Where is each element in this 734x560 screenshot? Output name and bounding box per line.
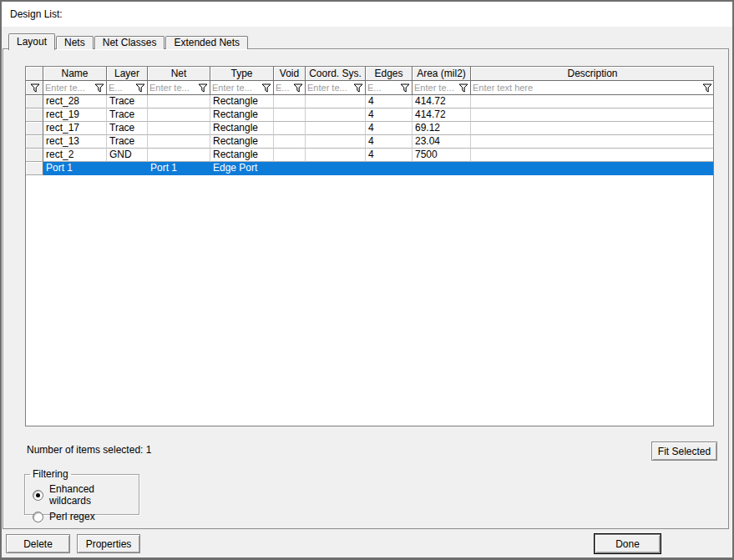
filter-input-area[interactable]: Enter te... xyxy=(413,81,471,95)
design-items-table: NameLayerNetTypeVoidCoord. Sys.EdgesArea… xyxy=(25,66,714,426)
cell-void xyxy=(274,149,306,162)
cell-net xyxy=(148,135,210,149)
tab-content-pane: NameLayerNetTypeVoidCoord. Sys.EdgesArea… xyxy=(3,48,729,529)
column-header-net[interactable]: Net xyxy=(148,67,210,81)
cell-type: Edge Port xyxy=(210,162,274,175)
cell-edges xyxy=(366,162,413,175)
cell-area: 23.04 xyxy=(413,135,471,149)
design-list-dialog: Design List: LayoutNetsNet ClassesExtend… xyxy=(2,2,732,557)
column-header-name[interactable]: Name xyxy=(43,67,107,81)
filter-input-coord-sys[interactable]: Enter te... xyxy=(306,81,366,95)
filter-placeholder: Enter text here xyxy=(473,83,701,93)
filter-input-row-selector[interactable] xyxy=(26,81,43,95)
fit-selected-button[interactable]: Fit Selected xyxy=(651,441,717,461)
row-selector-cell[interactable] xyxy=(26,108,43,122)
done-button[interactable]: Done xyxy=(595,534,661,553)
tab-net-classes[interactable]: Net Classes xyxy=(94,36,165,49)
filter-placeholder: E... xyxy=(367,83,398,93)
selection-count-label: Number of items selected: 1 xyxy=(27,444,151,456)
filter-placeholder: Enter te... xyxy=(414,83,457,93)
filter-input-layer[interactable]: E... xyxy=(107,81,148,95)
column-header-row-selector[interactable] xyxy=(26,67,43,81)
cell-layer: GND xyxy=(107,149,148,162)
cell-void xyxy=(274,108,306,122)
dialog-title: Design List: xyxy=(10,8,63,20)
table-row[interactable]: rect_19TraceRectangle4414.72 xyxy=(26,108,713,122)
row-selector-cell[interactable] xyxy=(26,122,43,135)
filter-input-edges[interactable]: E... xyxy=(366,81,413,95)
radio-perl-regex[interactable]: Perl regex xyxy=(33,511,139,522)
cell-name: rect_13 xyxy=(43,135,107,149)
filter-input-type[interactable]: Enter te... xyxy=(210,81,274,95)
cell-name: rect_19 xyxy=(43,108,107,122)
cell-type: Rectangle xyxy=(210,95,274,108)
column-header-void[interactable]: Void xyxy=(274,67,306,81)
cell-type: Rectangle xyxy=(210,108,274,122)
filter-placeholder: Enter te... xyxy=(212,83,260,93)
table-row[interactable]: rect_28TraceRectangle4414.72 xyxy=(26,95,713,108)
filtering-group-title: Filtering xyxy=(30,468,71,480)
cell-area: 7500 xyxy=(413,149,471,162)
radio-label: Enhanced wildcards xyxy=(49,483,139,507)
cell-name: rect_28 xyxy=(43,95,107,108)
cell-description xyxy=(471,108,714,122)
filter-funnel-icon xyxy=(353,83,363,93)
cell-edges: 4 xyxy=(366,122,413,135)
cell-description xyxy=(471,149,714,162)
column-header-edges[interactable]: Edges xyxy=(366,67,413,81)
cell-layer: Trace xyxy=(107,135,148,149)
delete-button[interactable]: Delete xyxy=(6,534,70,553)
filter-funnel-icon xyxy=(198,83,208,93)
column-header-coord-sys[interactable]: Coord. Sys. xyxy=(306,67,366,81)
filter-placeholder: E... xyxy=(276,83,291,93)
column-header-area[interactable]: Area (mil2) xyxy=(413,67,471,81)
tab-nets[interactable]: Nets xyxy=(56,36,94,49)
radio-icon[interactable] xyxy=(33,490,43,501)
tab-layout[interactable]: Layout xyxy=(8,33,55,50)
filter-placeholder: Enter te... xyxy=(45,83,93,93)
filter-input-name[interactable]: Enter te... xyxy=(43,81,107,95)
cell-layer xyxy=(107,162,148,175)
radio-enhanced-wildcards[interactable]: Enhanced wildcards xyxy=(33,483,139,507)
cell-area: 69.12 xyxy=(413,122,471,135)
column-header-layer[interactable]: Layer xyxy=(107,67,148,81)
table-row[interactable]: Port 1Port 1Edge Port xyxy=(26,162,713,175)
cell-description xyxy=(471,162,714,175)
radio-icon[interactable] xyxy=(33,512,43,522)
column-header-description[interactable]: Description xyxy=(471,67,714,81)
cell-area xyxy=(413,162,471,175)
row-selector-cell[interactable] xyxy=(26,162,43,175)
cell-name: rect_17 xyxy=(43,122,107,135)
filter-funnel-icon xyxy=(30,83,40,93)
table-row[interactable]: rect_13TraceRectangle423.04 xyxy=(26,135,713,149)
cell-type: Rectangle xyxy=(210,135,274,149)
filter-input-net[interactable]: Enter te... xyxy=(148,81,210,95)
cell-layer: Trace xyxy=(107,95,148,108)
row-selector-cell[interactable] xyxy=(26,135,43,149)
filter-placeholder: Enter te... xyxy=(307,83,352,93)
cell-net xyxy=(148,149,210,162)
table-row[interactable]: rect_17TraceRectangle469.12 xyxy=(26,122,713,135)
properties-button[interactable]: Properties xyxy=(77,534,140,553)
cell-type: Rectangle xyxy=(210,122,274,135)
cell-net xyxy=(148,108,210,122)
cell-void xyxy=(274,122,306,135)
table-row[interactable]: rect_2GNDRectangle47500 xyxy=(26,149,713,162)
filter-input-description[interactable]: Enter text here xyxy=(471,81,714,95)
cell-coord-sys xyxy=(306,108,366,122)
cell-net: Port 1 xyxy=(148,162,210,175)
column-header-type[interactable]: Type xyxy=(210,67,274,81)
dialog-client: LayoutNetsNet ClassesExtended Nets NameL… xyxy=(2,27,732,557)
cell-net xyxy=(148,95,210,108)
filter-input-void[interactable]: E... xyxy=(274,81,306,95)
row-selector-cell[interactable] xyxy=(26,149,43,162)
row-selector-cell[interactable] xyxy=(26,95,43,108)
cell-void xyxy=(274,95,306,108)
cell-edges: 4 xyxy=(366,108,413,122)
tab-bar: LayoutNetsNet ClassesExtended Nets xyxy=(8,33,249,49)
filter-funnel-icon xyxy=(702,83,712,93)
filter-funnel-icon xyxy=(400,83,410,93)
cell-coord-sys xyxy=(306,162,366,175)
cell-edges: 4 xyxy=(366,135,413,149)
tab-extended-nets[interactable]: Extended Nets xyxy=(165,36,248,49)
